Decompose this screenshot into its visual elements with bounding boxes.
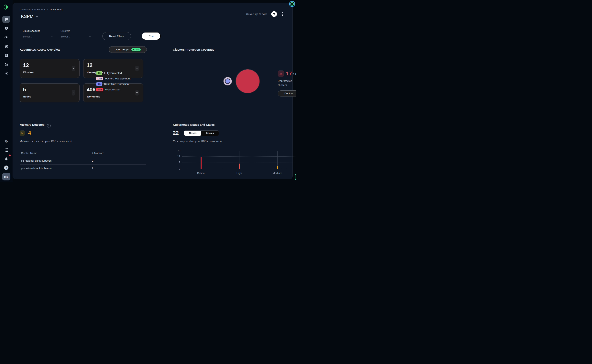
section-divider-top <box>153 45 153 108</box>
table-row[interactable]: pc-national-bank-kubecon2 <box>20 157 146 164</box>
clusters-field: Clusters Select... <box>61 29 91 40</box>
apps-grid-icon <box>5 149 8 152</box>
chevron-down-icon <box>136 91 138 93</box>
sidebar-item-threat-graph[interactable] <box>2 70 10 77</box>
x-category-label: Critical <box>197 172 205 175</box>
chevron-down-icon <box>36 15 38 17</box>
floating-help-button[interactable]: ? <box>295 173 296 181</box>
sidebar-item-visibility[interactable] <box>2 34 10 41</box>
bar-high[interactable] <box>239 163 240 169</box>
asset-card-clusters: 12 Clusters <box>20 59 80 78</box>
clusters-label: Clusters <box>61 29 91 32</box>
sidebar-item-reports[interactable] <box>2 52 10 59</box>
card-label: Nodes <box>23 95 76 98</box>
bubble-protected[interactable] <box>223 77 232 85</box>
user-avatar[interactable]: MB <box>2 173 10 180</box>
cloud-account-label: Cloud Account <box>23 29 53 32</box>
malware-table: Cluster Name# Malwarepc-national-bank-ku… <box>20 150 146 172</box>
report-icon <box>5 53 8 57</box>
chevron-down-icon <box>89 35 91 37</box>
table-header: Cluster Name# Malware <box>20 150 146 157</box>
blocks-icon <box>5 63 8 66</box>
malware-title-text: Malware Detected <box>20 123 45 126</box>
legend-pct-badge: 89% <box>96 88 103 91</box>
cell-malware-count: 2 <box>92 167 145 170</box>
legend-row: 5% Real–time Protection <box>96 82 130 86</box>
y-tick-label: 20 <box>174 149 180 152</box>
asset-card-nodes: 5 Nodes <box>20 83 80 102</box>
legend-row: 89% Unprotected <box>96 88 130 91</box>
chevron-down-icon <box>136 67 138 69</box>
cell-cluster-name: pc-national-bank-kubecon <box>21 167 51 170</box>
y-tick-label: 0 <box>174 168 180 170</box>
chevron-down-icon <box>51 35 54 37</box>
cloud-account-field: Cloud Account Select... <box>23 29 53 40</box>
card-value: 5 <box>23 87 76 93</box>
breadcrumb-separator: › <box>47 8 48 11</box>
malware-help-icon[interactable]: ? <box>47 124 51 128</box>
tab-issues[interactable]: Issues <box>201 131 219 136</box>
cloud-account-placeholder: Select... <box>23 35 32 38</box>
y-tick-label: 7 <box>174 161 180 164</box>
card-value: 12 <box>23 62 76 68</box>
card-label: Workloads <box>87 95 140 98</box>
sidebar-item-detections[interactable] <box>2 43 10 50</box>
breadcrumb: Dashboards & Reports › Dashboard <box>20 8 62 11</box>
run-button[interactable]: Run <box>142 32 161 40</box>
sidebar-item-notifications[interactable] <box>2 155 10 162</box>
table-row[interactable]: pc-national-bank-kubecon2 <box>20 164 146 172</box>
shield-alert-icon <box>5 26 8 30</box>
funnel-icon <box>273 13 275 15</box>
bubble-unprotected[interactable] <box>236 69 259 93</box>
sidebar-nav <box>2 16 10 77</box>
sidebar-item-risks[interactable] <box>2 25 10 32</box>
cases-issues-toggle: CasesIssues <box>184 130 219 136</box>
cloud-account-select[interactable]: Select... <box>23 35 53 40</box>
sidebar-item-help[interactable]: ? <box>2 164 10 171</box>
card-expand-button[interactable] <box>135 90 139 96</box>
dashboard-icon <box>5 18 8 21</box>
clusters-select[interactable]: Select... <box>61 35 91 40</box>
assets-overview-title: Kubernetes Assets Overview <box>20 48 60 51</box>
unprotected-count: 17 <box>286 71 292 77</box>
tab-cases[interactable]: Cases <box>184 131 201 136</box>
sidebar-item-settings[interactable]: ⚙ <box>2 138 10 145</box>
bar-medium[interactable] <box>277 166 278 169</box>
gridline-14 <box>182 156 296 156</box>
filter-button[interactable] <box>271 11 277 17</box>
card-expand-button[interactable] <box>72 90 75 96</box>
col-cluster-name: Cluster Name <box>21 152 37 155</box>
data-status-text: Data is up to date <box>246 13 267 15</box>
brand-logo-icon[interactable] <box>3 4 9 10</box>
legend-label: Posture Management <box>105 77 130 80</box>
legend-pct-badge: 10% <box>96 77 103 80</box>
section-divider-bottom <box>153 119 153 176</box>
breadcrumb-dashboards-reports[interactable]: Dashboards & Reports <box>20 8 46 11</box>
dashboard-title-dropdown[interactable]: KSPM <box>21 14 38 19</box>
page-title: KSPM <box>21 14 34 19</box>
sidebar-item-apps[interactable] <box>2 147 10 154</box>
bar-critical[interactable] <box>201 157 202 169</box>
legend-label: Fully Protected <box>104 72 122 75</box>
skull-icon: ☠ <box>20 130 25 136</box>
sidebar-item-dashboards[interactable] <box>2 16 10 23</box>
cases-severity-chart: 201470CriticalHighMedium <box>174 149 296 178</box>
sidebar-item-assets[interactable] <box>2 61 10 68</box>
threat-graph-icon <box>5 72 8 75</box>
x-category-label: Medium <box>273 172 282 175</box>
card-expand-button[interactable] <box>72 66 75 71</box>
open-graph-button[interactable]: Open Graph BETA <box>109 46 147 53</box>
gridline-0 <box>182 169 296 169</box>
breadcrumb-dashboard: Dashboard <box>50 8 62 11</box>
card-expand-button[interactable] <box>135 66 139 71</box>
unprotected-total: / 19 <box>293 72 296 75</box>
main-panel: Dashboards & Reports › Dashboard KSPM Da… <box>13 3 293 179</box>
more-options-button[interactable] <box>281 12 284 17</box>
protection-coverage-title: Clusters Protection Coverage <box>173 48 214 51</box>
deploy-button[interactable]: Deploy <box>278 91 296 97</box>
malware-count: 4 <box>28 130 31 136</box>
app-root: ⚙ ? MB Dashboards & Reports <box>0 0 296 182</box>
reset-filters-button[interactable]: Reset Filters <box>102 32 131 40</box>
chevron-down-icon <box>73 91 74 93</box>
legend-pct-badge: 5% <box>96 82 102 86</box>
